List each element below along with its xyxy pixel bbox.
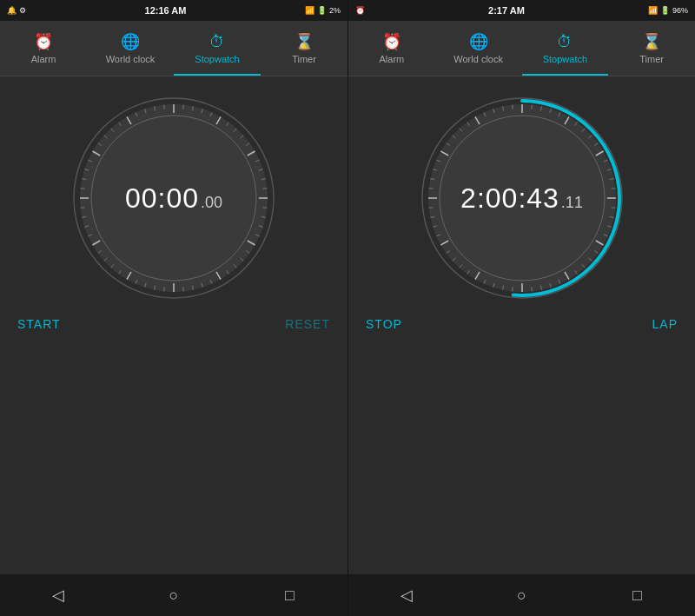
tab-worldclock-left[interactable]: 🌐 World clock	[87, 21, 174, 76]
android-icon: ⚙	[19, 6, 26, 15]
lap-area-right	[348, 346, 695, 574]
main-content-right: 2:00:43 .11 STOP LAP	[348, 76, 695, 574]
timer-icon-left: ⌛	[295, 32, 314, 51]
svg-line-96	[512, 287, 513, 291]
notification-icon: 🔔	[7, 6, 17, 15]
svg-line-81	[611, 208, 615, 209]
phone-panel-left: 🔔 ⚙ 12:16 AM 📶 🔋 2% ⏰ Alarm 🌐 World cloc…	[0, 0, 348, 616]
stopwatch-label-left: Stopwatch	[195, 54, 239, 64]
tab-timer-left[interactable]: ⌛ Timer	[261, 21, 348, 76]
battery-text-left: 2%	[329, 6, 341, 15]
svg-line-31	[183, 287, 184, 291]
recent-button-right[interactable]: □	[620, 578, 655, 613]
lap-area-left	[0, 346, 348, 574]
wifi-icon-left: 📶	[305, 6, 314, 15]
time-sub-right: .11	[561, 194, 583, 212]
stopwatch-icon-left: ⏱	[209, 33, 225, 51]
clock-face-left: 00:00 .00	[70, 94, 278, 302]
alarm-label-left: Alarm	[31, 54, 56, 64]
svg-line-33	[164, 287, 165, 291]
tab-alarm-left[interactable]: ⏰ Alarm	[0, 21, 87, 76]
status-bar-right: ⏰ 2:17 AM 📶 🔋 96%	[348, 0, 695, 21]
status-bar-left: 🔔 ⚙ 12:16 AM 📶 🔋 2%	[0, 0, 348, 21]
tab-stopwatch-left[interactable]: ⏱ Stopwatch	[174, 21, 261, 76]
time-main-left: 00:00	[125, 182, 199, 215]
battery-icon-right: 🔋	[660, 6, 670, 15]
timer-label-left: Timer	[292, 54, 316, 64]
battery-icon-left: 🔋	[317, 6, 327, 15]
back-button-left[interactable]: ◁	[41, 578, 76, 613]
bottom-nav-left: ◁ ○ □	[0, 574, 348, 616]
home-button-right[interactable]: ○	[505, 578, 539, 613]
svg-line-66	[531, 105, 532, 109]
alarm-icon-right: ⏰	[382, 32, 401, 51]
status-right-right: 📶 🔋 96%	[648, 6, 688, 15]
bottom-nav-right: ◁ ○ □	[348, 574, 695, 616]
alarm-status-icon: ⏰	[355, 6, 365, 15]
reset-button[interactable]: RESET	[285, 317, 330, 331]
tab-alarm-right[interactable]: ⏰ Alarm	[348, 21, 435, 76]
tab-worldclock-right[interactable]: 🌐 World clock	[435, 21, 522, 76]
svg-line-18	[262, 208, 267, 209]
action-bar-left: START RESET	[0, 302, 348, 346]
back-button-right[interactable]: ◁	[389, 578, 424, 613]
stopwatch-label-right: Stopwatch	[543, 54, 587, 64]
timer-icon-right: ⌛	[642, 32, 661, 51]
worldclock-label-left: World clock	[106, 54, 156, 64]
status-time-left: 12:16 AM	[145, 5, 187, 16]
tab-bar-right: ⏰ Alarm 🌐 World clock ⏱ Stopwatch ⌛ Time…	[348, 21, 695, 76]
svg-line-111	[428, 189, 433, 189]
start-button[interactable]: START	[17, 317, 61, 331]
status-time-right: 2:17 AM	[488, 5, 525, 16]
lap-button[interactable]: LAP	[652, 317, 678, 331]
action-bar-right: STOP LAP	[348, 302, 695, 346]
svg-line-46	[81, 208, 85, 209]
clock-time-right: 2:00:43 .11	[460, 182, 583, 215]
svg-line-48	[81, 189, 85, 189]
alarm-icon-left: ⏰	[34, 32, 53, 51]
stop-button[interactable]: STOP	[366, 317, 402, 331]
worldclock-icon-left: 🌐	[121, 32, 140, 51]
tab-stopwatch-right[interactable]: ⏱ Stopwatch	[522, 21, 609, 76]
home-button-left[interactable]: ○	[156, 578, 191, 613]
clock-time-left: 00:00 .00	[125, 182, 222, 215]
svg-line-61	[164, 105, 165, 109]
wifi-icon-right: 📶	[648, 6, 658, 15]
stopwatch-icon-right: ⏱	[557, 33, 573, 51]
svg-line-124	[512, 105, 513, 109]
timer-label-right: Timer	[639, 54, 664, 64]
status-icons-left: 🔔 ⚙	[7, 6, 26, 15]
time-main-right: 2:00:43	[460, 182, 559, 215]
phone-panel-right: ⏰ 2:17 AM 📶 🔋 96% ⏰ Alarm 🌐 World clock …	[348, 0, 695, 616]
worldclock-label-right: World clock	[453, 54, 503, 64]
time-sub-left: .00	[201, 194, 222, 212]
status-right-left: 📶 🔋 2%	[305, 6, 341, 15]
recent-button-left[interactable]: □	[272, 578, 307, 613]
svg-line-94	[531, 287, 532, 291]
main-content-left: 00:00 .00 START RESET	[0, 76, 348, 574]
svg-line-79	[611, 189, 615, 189]
tab-timer-right[interactable]: ⌛ Timer	[608, 21, 695, 76]
alarm-label-right: Alarm	[380, 54, 405, 64]
tab-bar-left: ⏰ Alarm 🌐 World clock ⏱ Stopwatch ⌛ Time…	[0, 21, 348, 76]
battery-text-right: 96%	[672, 6, 688, 15]
svg-line-16	[262, 189, 267, 189]
svg-line-109	[428, 208, 433, 209]
svg-line-3	[183, 105, 184, 109]
status-icons-right: ⏰	[355, 6, 365, 15]
worldclock-icon-right: 🌐	[469, 32, 488, 51]
clock-face-right: 2:00:43 .11	[418, 94, 626, 302]
